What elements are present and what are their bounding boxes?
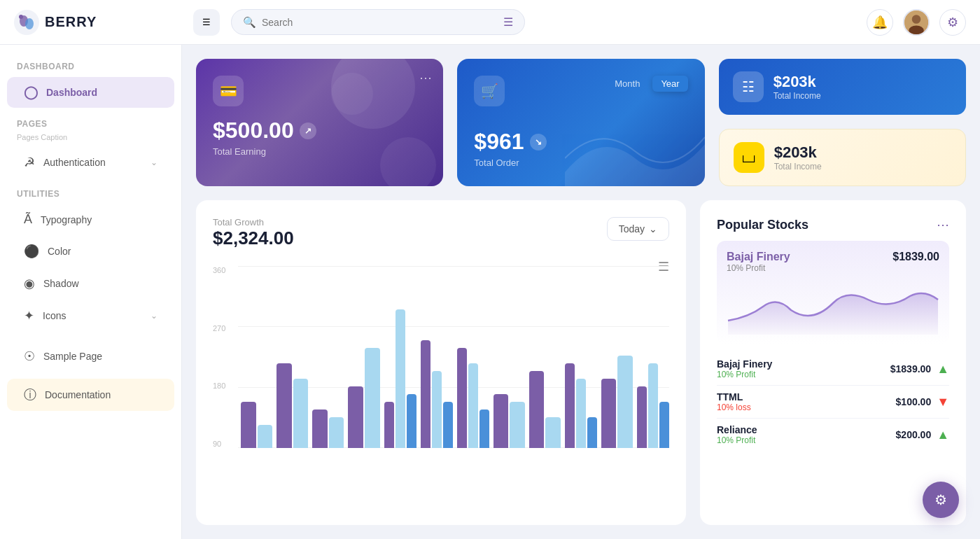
featured-stock-left: Bajaj Finery 10% Profit [727,251,790,273]
sidebar-item-dashboard-label: Dashboard [46,87,97,98]
bar-blue [443,402,453,448]
sidebar-item-authentication-label: Authentication [43,157,106,168]
sidebar-item-documentation[interactable]: ⓘ Documentation [7,379,174,411]
stock-list: Bajaj Finery 10% Profit $1839.00 ▲ TTML … [717,353,949,451]
order-card-icon: 🛒 [474,76,505,106]
bar-purple [529,371,545,448]
notification-icon: 🔔 [872,15,888,30]
main-content: ⋯ 💳 $500.00 ↗ Total Earning 🛒 Month [182,45,980,539]
avatar[interactable] [903,9,930,36]
shopping-icon: 🛒 [481,83,498,99]
trend-up-icon-1: ▲ [937,362,949,377]
bar-light-blue [396,309,405,448]
y-label-360: 360 [213,266,237,274]
sidebar: Dashboard ◯ Dashboard Pages Pages Captio… [0,45,182,539]
search-icon: 🔍 [243,16,256,29]
stat2-amount: $203k [774,144,822,162]
icons-chevron-icon: ⌄ [150,311,158,321]
bar-purple [312,410,328,448]
topbar-right: 🔔 ⚙ [867,9,966,36]
sidebar-item-shadow[interactable]: ◉ Shadow [7,268,174,299]
trend-down-icon: ↘ [530,134,547,150]
total-earning-card: ⋯ 💳 $500.00 ↗ Total Earning [196,59,443,186]
bar-blue [659,402,669,448]
bar-light-blue [329,417,344,448]
sidebar-item-dashboard[interactable]: ◯ Dashboard [7,77,174,108]
stock-right-1: $1839.00 ▲ [890,362,949,377]
stock-name-1: Bajaj Finery [717,358,772,370]
documentation-icon: ⓘ [24,386,36,403]
bar-blue [479,410,489,448]
bar-blue [587,417,597,448]
sample-page-icon: ☉ [24,349,35,364]
pages-section-label: Pages [0,116,181,133]
fab-icon: ⚙ [934,491,947,508]
sidebar-item-shadow-label: Shadow [43,278,79,289]
y-label-270: 270 [213,324,237,332]
right-stat-cards: ☷ $203k Total Income ⌴ $203k Total Incom… [719,59,966,186]
bar-purple [601,379,617,448]
sidebar-item-typography[interactable]: Ã Typography [7,204,174,234]
featured-stock-box: Bajaj Finery 10% Profit $1839.00 [717,241,949,344]
stat1-amount: $203k [774,73,821,91]
cards-row: ⋯ 💳 $500.00 ↗ Total Earning 🛒 Month [196,59,966,186]
stocks-title: Popular Stocks [717,218,808,232]
svg-point-2 [25,18,34,29]
shadow-icon: ◉ [24,276,35,291]
sidebar-item-color[interactable]: ⚫ Color [7,236,174,267]
typography-icon: Ã [24,212,32,227]
bar-group [529,371,561,448]
stat-info-blue: $203k Total Income [774,73,821,101]
stock-info-3: Reliance 10% Profit [717,424,757,445]
bar-purple [276,363,292,448]
svg-point-3 [19,15,23,19]
today-button[interactable]: Today ⌄ [607,217,669,241]
bar-group [565,363,597,448]
card-dots-icon[interactable]: ⋯ [419,70,432,85]
stock-info-2: TTML 10% loss [717,391,751,412]
avatar-image [904,10,928,34]
authentication-icon: ☭ [24,155,35,170]
bar-light-blue [468,363,478,448]
total-order-card: 🛒 Month Year $961 ↘ Total Order [457,59,704,186]
bar-light-blue [365,348,380,448]
bar-light-blue [576,379,586,448]
notification-button[interactable]: 🔔 [867,9,893,36]
wallet-icon: 💳 [220,83,237,99]
list-item: Reliance 10% Profit $200.00 ▲ [717,419,949,451]
chart-area: ☰ 360 270 180 [213,259,669,508]
bar-purple [637,386,647,448]
sidebar-item-typography-label: Typography [41,214,92,225]
list-item: TTML 10% loss $100.00 ▼ [717,386,949,419]
bar-light-blue [510,402,525,448]
bar-group [637,363,669,448]
bar-group [601,356,633,448]
fab-button[interactable]: ⚙ [923,482,959,518]
logo-area: BERRY [14,10,182,35]
stocks-dots-icon[interactable]: ⋯ [937,217,949,232]
featured-stock-price: $1839.00 [892,251,939,263]
bar-light-blue [432,371,442,448]
stat1-label: Total Income [774,91,821,101]
year-toggle[interactable]: Year [652,76,687,92]
stock-name-3: Reliance [717,424,757,435]
dashboard-icon: ◯ [24,85,38,100]
sidebar-item-authentication[interactable]: ☭ Authentication ⌄ [7,147,174,178]
y-label-180: 180 [213,382,237,390]
bar-light-blue [617,356,633,448]
sidebar-item-sample-page[interactable]: ☉ Sample Page [7,341,174,372]
stat-info-yellow: $203k Total Income [774,144,822,172]
search-input[interactable] [262,17,498,28]
bar-group [493,394,525,448]
month-toggle[interactable]: Month [606,76,648,92]
growth-card: Total Growth $2,324.00 Today ⌄ ☰ [196,200,686,525]
settings-button[interactable]: ⚙ [939,9,966,36]
stat-card-blue: ☷ $203k Total Income [719,59,966,115]
stat-icon-yellow: ⌴ [734,142,764,173]
filter-icon[interactable]: ☰ [503,15,513,29]
bar-light-blue [545,417,561,448]
sidebar-item-icons[interactable]: ✦ Icons ⌄ [7,300,174,331]
stat-card-yellow: ⌴ $203k Total Income [719,129,966,186]
hamburger-button[interactable]: ☰ [193,9,220,36]
pages-caption: Pages Caption [0,133,181,146]
